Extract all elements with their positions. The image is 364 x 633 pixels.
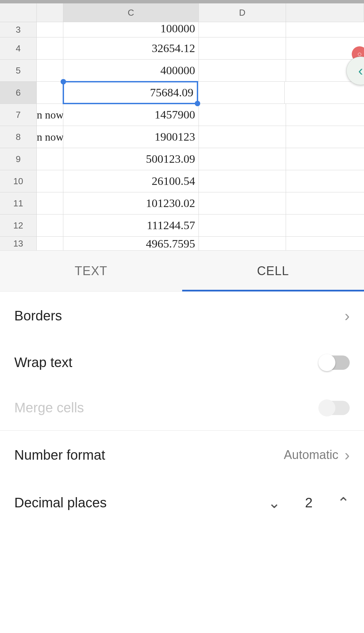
cell-b[interactable] [37, 215, 63, 236]
cell-b[interactable] [37, 37, 63, 59]
row-header[interactable]: 5 [0, 60, 37, 81]
table-row: 5400000 [0, 60, 364, 82]
wrap-text-toggle[interactable] [320, 355, 350, 370]
spreadsheet-area[interactable]: C D 3100000432654.125400000675684.097n n… [0, 3, 364, 250]
table-row: 8n now1900123 [0, 126, 364, 148]
cell-d[interactable] [199, 148, 286, 170]
cell-d[interactable] [199, 126, 286, 148]
table-row: 675684.09 [0, 82, 364, 104]
cell-d[interactable] [199, 192, 286, 214]
cell-c[interactable]: 100000 [63, 22, 199, 37]
cell-b[interactable] [37, 60, 63, 81]
decimal-places-value: 2 [305, 495, 313, 510]
row-header[interactable]: 4 [0, 37, 37, 59]
cell-c[interactable]: 500123.09 [63, 148, 199, 170]
cell-d[interactable] [199, 104, 286, 126]
cell-b[interactable]: n now [37, 104, 63, 126]
row-header[interactable]: 7 [0, 104, 37, 126]
chevron-up-icon[interactable]: ⌃ [337, 494, 350, 511]
cell-c[interactable]: 111244.57 [63, 215, 199, 236]
cell-e[interactable] [286, 237, 364, 250]
cell-e[interactable] [286, 22, 364, 37]
table-row: 11101230.02 [0, 192, 364, 215]
table-row: 1026100.54 [0, 170, 364, 192]
cell-c[interactable]: 101230.02 [63, 192, 199, 214]
window-top-edge [0, 0, 364, 3]
row-header[interactable]: 9 [0, 148, 37, 170]
number-format-label: Number format [14, 447, 105, 463]
cell-d[interactable] [199, 237, 286, 250]
row-header[interactable]: 13 [0, 237, 37, 250]
selection-handle-top-left[interactable] [61, 79, 66, 84]
number-format-row[interactable]: Number format Automatic › [0, 431, 364, 479]
cell-d[interactable] [199, 37, 286, 59]
table-row: 3100000 [0, 22, 364, 37]
cell-c[interactable]: 75684.09 [63, 81, 198, 104]
row-header[interactable]: 6 [0, 82, 37, 104]
column-header-e[interactable] [286, 3, 364, 22]
cell-e[interactable] [286, 126, 364, 148]
chevron-right-icon: › [345, 446, 350, 464]
corner-cell[interactable] [0, 3, 37, 22]
cell-c[interactable]: 1457900 [63, 104, 199, 126]
selection-handle-bottom-right[interactable] [195, 101, 200, 106]
merge-cells-label: Merge cells [14, 400, 84, 415]
column-header-d[interactable]: D [199, 3, 286, 22]
table-row: 12111244.57 [0, 215, 364, 237]
cell-c[interactable]: 26100.54 [63, 170, 199, 192]
cell-e[interactable] [286, 192, 364, 214]
cell-e[interactable] [286, 148, 364, 170]
tab-cell[interactable]: CELL [182, 251, 364, 291]
column-headers: C D [0, 3, 364, 22]
row-header[interactable]: 3 [0, 22, 37, 37]
row-header[interactable]: 12 [0, 215, 37, 236]
cell-c[interactable]: 400000 [63, 60, 199, 81]
cell-c[interactable]: 4965.7595 [63, 237, 199, 250]
merge-cells-toggle [320, 401, 350, 415]
cell-b[interactable] [37, 237, 63, 250]
cell-b[interactable] [37, 82, 63, 104]
number-format-value: Automatic [284, 448, 338, 462]
merge-cells-row: Merge cells [0, 385, 364, 430]
decimal-places-row: Decimal places ⌄ 2 ⌃ [0, 479, 364, 526]
cell-e[interactable] [286, 104, 364, 126]
cell-d[interactable] [199, 22, 286, 37]
decimal-places-stepper: ⌄ 2 ⌃ [268, 494, 350, 511]
cell-e[interactable] [285, 82, 364, 104]
cell-e[interactable] [286, 215, 364, 236]
column-header-b[interactable] [37, 3, 63, 22]
row-header[interactable]: 10 [0, 170, 37, 192]
number-format-value-wrap: Automatic › [284, 446, 350, 464]
table-row: 134965.7595 [0, 237, 364, 250]
cell-b[interactable] [37, 148, 63, 170]
cell-c[interactable]: 1900123 [63, 126, 199, 148]
wrap-text-label: Wrap text [14, 355, 72, 370]
wrap-text-row[interactable]: Wrap text [0, 340, 364, 385]
cell-c[interactable]: 32654.12 [63, 37, 199, 59]
cell-b[interactable]: n now [37, 126, 63, 148]
cell-b[interactable] [37, 22, 63, 37]
cell-e[interactable] [286, 170, 364, 192]
table-row: 432654.12 [0, 37, 364, 60]
cell-d[interactable] [199, 60, 286, 81]
cell-d[interactable] [199, 170, 286, 192]
chevron-right-icon: › [345, 306, 350, 325]
cell-b[interactable] [37, 192, 63, 214]
format-panel: TEXT CELL Borders › Wrap text Merge cell… [0, 250, 364, 526]
panel-tabs: TEXT CELL [0, 251, 364, 291]
decimal-places-label: Decimal places [14, 495, 107, 510]
tab-text[interactable]: TEXT [0, 251, 182, 291]
cell-d[interactable] [199, 215, 286, 236]
borders-row[interactable]: Borders › [0, 291, 364, 340]
cell-b[interactable] [37, 170, 63, 192]
table-row: 7n now1457900 [0, 104, 364, 126]
table-row: 9500123.09 [0, 148, 364, 170]
chevron-down-icon[interactable]: ⌄ [268, 494, 281, 511]
borders-label: Borders [14, 308, 62, 323]
row-header[interactable]: 8 [0, 126, 37, 148]
row-header[interactable]: 11 [0, 192, 37, 214]
cell-d[interactable] [197, 82, 285, 104]
column-header-c[interactable]: C [63, 3, 199, 22]
